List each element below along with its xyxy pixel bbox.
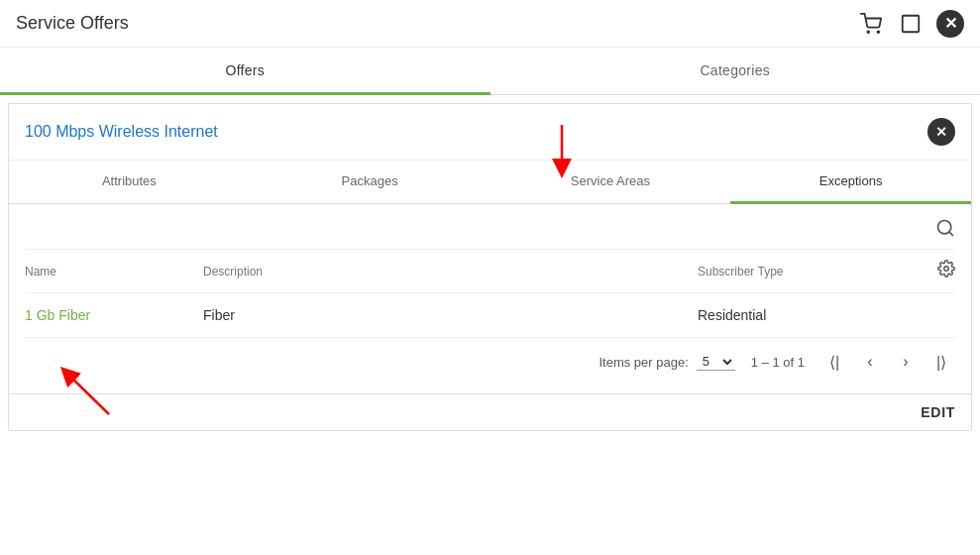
items-per-page-label: Items per page: bbox=[599, 355, 688, 370]
offer-header: 100 Mbps Wireless Internet ✕ bbox=[9, 104, 971, 161]
tab-attributes[interactable]: Attributes bbox=[9, 161, 250, 204]
svg-point-5 bbox=[944, 267, 949, 272]
square-icon[interactable] bbox=[897, 10, 925, 38]
table-toolbar bbox=[25, 212, 955, 250]
offer-title-part2: Internet bbox=[164, 123, 218, 140]
app-title: Service Offers bbox=[16, 13, 129, 34]
edit-button[interactable]: EDIT bbox=[921, 404, 955, 420]
tab-offers[interactable]: Offers bbox=[0, 48, 490, 95]
pagination-range: 1 – 1 of 1 bbox=[751, 355, 805, 370]
sub-tabs: Attributes Packages Service Areas Except… bbox=[9, 161, 971, 204]
items-per-page-select[interactable]: 5 10 25 50 bbox=[697, 353, 735, 371]
offer-close-button[interactable]: ✕ bbox=[927, 118, 955, 146]
gear-icon[interactable] bbox=[916, 260, 955, 282]
tab-packages[interactable]: Packages bbox=[250, 161, 490, 204]
svg-point-0 bbox=[867, 31, 869, 33]
tab-categories[interactable]: Categories bbox=[490, 48, 981, 95]
svg-point-1 bbox=[877, 31, 879, 33]
pagination-first-button[interactable]: ⟨| bbox=[820, 348, 848, 376]
search-icon[interactable] bbox=[935, 218, 955, 243]
pagination-last-button[interactable]: |⟩ bbox=[927, 348, 955, 376]
main-tabs: Offers Categories bbox=[0, 48, 980, 95]
svg-line-4 bbox=[949, 232, 953, 236]
row-name[interactable]: 1 Gb Fiber bbox=[25, 307, 203, 323]
app-close-button[interactable]: ✕ bbox=[936, 10, 964, 38]
cart-icon[interactable] bbox=[857, 10, 885, 38]
pagination-prev-button[interactable]: ‹ bbox=[856, 348, 884, 376]
header-icons: ✕ bbox=[857, 10, 964, 38]
col-header-settings bbox=[916, 260, 955, 282]
table-header: Name Description Subscriber Type bbox=[25, 250, 955, 293]
pagination-next-button[interactable]: › bbox=[892, 348, 920, 376]
offer-title: 100 Mbps Wireless Internet bbox=[25, 123, 218, 141]
app-header: Service Offers ✕ bbox=[0, 0, 980, 48]
table-section: Name Description Subscriber Type 1 Gb Fi… bbox=[9, 204, 971, 393]
svg-rect-2 bbox=[903, 15, 920, 32]
tab-exceptions[interactable]: Exceptions bbox=[730, 161, 971, 204]
col-header-name: Name bbox=[25, 265, 203, 278]
content-area: 100 Mbps Wireless Internet ✕ Attributes … bbox=[8, 103, 972, 431]
col-header-subscriber: Subscriber Type bbox=[698, 265, 916, 278]
row-description: Fiber bbox=[203, 307, 698, 323]
content-footer: EDIT bbox=[9, 393, 971, 430]
table-row: 1 Gb Fiber Fiber Residential bbox=[25, 293, 955, 338]
offer-title-part1: 100 Mbps Wireless bbox=[25, 123, 164, 140]
col-header-description: Description bbox=[203, 265, 698, 278]
tab-service-areas[interactable]: Service Areas bbox=[490, 161, 731, 204]
pagination: Items per page: 5 10 25 50 1 – 1 of 1 ⟨|… bbox=[25, 338, 955, 386]
row-subscriber-type: Residential bbox=[698, 307, 916, 323]
